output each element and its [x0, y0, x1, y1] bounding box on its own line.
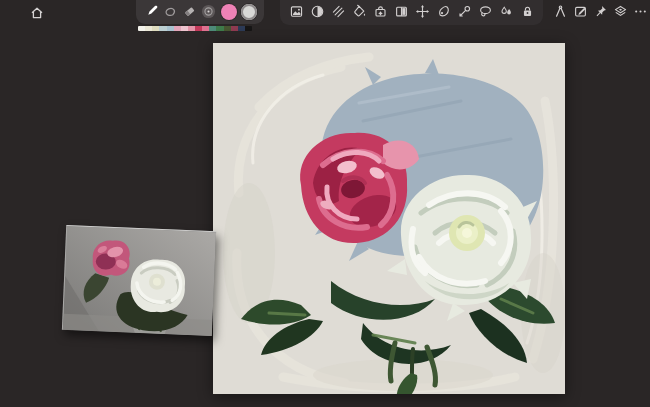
brush-puck-icon: [201, 4, 216, 19]
palette-swatch[interactable]: [224, 26, 231, 31]
home-icon: [29, 5, 45, 25]
assets-button[interactable]: [372, 3, 388, 20]
tool-group: [143, 3, 216, 20]
layers-button[interactable]: [612, 3, 628, 20]
palette-swatch[interactable]: [216, 26, 223, 31]
app-background: [0, 0, 650, 407]
brush-puck-button[interactable]: [200, 3, 216, 20]
secondary-color-well[interactable]: [241, 4, 257, 20]
edit-button[interactable]: [572, 3, 588, 20]
lasso-icon: [478, 4, 493, 19]
layers-icon: [613, 4, 628, 19]
palette-swatch[interactable]: [181, 26, 188, 31]
photo-white-rose: [130, 258, 186, 313]
paintbrush-icon: [144, 4, 159, 19]
more-button[interactable]: [632, 3, 648, 20]
palette-swatch[interactable]: [238, 26, 245, 31]
fill-button[interactable]: [351, 3, 367, 20]
guides-button[interactable]: [552, 3, 568, 20]
eraser-icon: [182, 4, 197, 19]
blend-button[interactable]: [498, 3, 514, 20]
palette-swatch[interactable]: [159, 26, 166, 31]
book-icon: [394, 4, 409, 19]
wand-icon: [457, 4, 472, 19]
padlock-icon: [520, 4, 535, 19]
adjustments-button[interactable]: [309, 3, 325, 20]
smudge-icon: [163, 4, 178, 19]
paint-tool-button[interactable]: [143, 3, 159, 20]
smudge-tool-button[interactable]: [162, 3, 178, 20]
home-button[interactable]: [27, 5, 47, 25]
pattern-button[interactable]: [330, 3, 346, 20]
petal-icon: [436, 4, 451, 19]
canvas-tools-group: [280, 0, 543, 25]
paint-bucket-icon: [352, 4, 367, 19]
palette-swatch[interactable]: [174, 26, 181, 31]
pages-button[interactable]: [393, 3, 409, 20]
contrast-icon: [310, 4, 325, 19]
palette-swatch[interactable]: [167, 26, 174, 31]
color-wells: [221, 4, 257, 20]
bag-icon: [373, 4, 388, 19]
palette-swatch[interactable]: [209, 26, 216, 31]
palette-swatch[interactable]: [245, 26, 252, 31]
liquify-button[interactable]: [435, 3, 451, 20]
palette-swatch[interactable]: [231, 26, 238, 31]
app-tools-group: [552, 0, 648, 20]
move-arrows-icon: [415, 4, 430, 19]
right-toolbar: [280, 0, 648, 25]
transform-button[interactable]: [414, 3, 430, 20]
eraser-tool-button[interactable]: [181, 3, 197, 20]
palette-swatch[interactable]: [188, 26, 195, 31]
lasso-button[interactable]: [477, 3, 493, 20]
palette-swatch[interactable]: [152, 26, 159, 31]
add-image-button[interactable]: [288, 3, 304, 20]
palette-swatch[interactable]: [145, 26, 152, 31]
wand-button[interactable]: [456, 3, 472, 20]
edit-square-icon: [573, 4, 588, 19]
reference-photo[interactable]: [62, 225, 216, 336]
palette-strip: [138, 26, 252, 31]
ellipsis-icon: [633, 4, 648, 19]
image-icon: [289, 4, 304, 19]
droplets-icon: [499, 4, 514, 19]
palette-swatch[interactable]: [138, 26, 145, 31]
lock-button[interactable]: [519, 3, 535, 20]
pin-button[interactable]: [592, 3, 608, 20]
compass-icon: [553, 4, 568, 19]
primary-color-well[interactable]: [221, 4, 237, 20]
pushpin-icon: [593, 4, 608, 19]
painting-canvas[interactable]: [213, 43, 565, 394]
palette-swatch[interactable]: [195, 26, 202, 31]
painting-artwork: [213, 43, 565, 394]
palette-swatch[interactable]: [202, 26, 209, 31]
reference-photo-image: [63, 226, 216, 336]
hatch-lines-icon: [331, 4, 346, 19]
tool-toolbar: [136, 0, 264, 24]
